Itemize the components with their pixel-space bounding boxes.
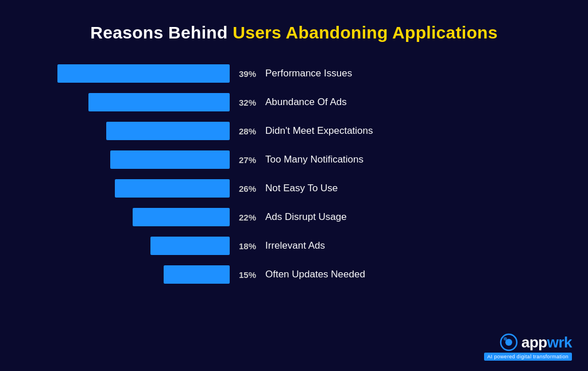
reason-label: Often Updates Needed — [265, 269, 365, 280]
bars-section: 39%Performance Issues32%Abundance Of Ads… — [34, 61, 554, 348]
appwrk-logo-icon — [500, 333, 518, 351]
percent-label: 26% — [234, 184, 256, 194]
bar-row: 32%Abundance Of Ads — [34, 90, 554, 115]
logo-tagline: AI powered digital transformation — [484, 353, 572, 361]
bar-row: 27%Too Many Notifications — [34, 147, 554, 172]
bar-fill — [164, 265, 230, 284]
percent-label: 28% — [234, 126, 256, 136]
percent-label: 22% — [234, 212, 256, 222]
percent-label: 15% — [234, 270, 256, 280]
bar-row: 28%Didn't Meet Expectations — [34, 118, 554, 144]
bar-fill — [133, 208, 230, 226]
bar-row: 22%Ads Disrupt Usage — [34, 204, 554, 230]
logo-area: appwrk AI powered digital transformation — [484, 333, 572, 361]
bar-fill — [110, 150, 230, 169]
bar-row: 39%Performance Issues — [34, 61, 554, 86]
bar-row: 15%Often Updates Needed — [34, 262, 554, 287]
bar-fill — [88, 93, 230, 111]
reason-label: Too Many Notifications — [265, 154, 363, 165]
bar-row: 18%Irrelevant Ads — [34, 233, 554, 258]
title-prefix: Reasons Behind — [90, 23, 233, 42]
percent-label: 27% — [234, 155, 256, 165]
percent-label: 39% — [234, 69, 256, 79]
reason-label: Irrelevant Ads — [265, 240, 325, 252]
reason-label: Performance Issues — [265, 68, 352, 79]
bar-fill — [115, 179, 230, 198]
chart-title: Reasons Behind Users Abandoning Applicat… — [34, 23, 554, 42]
reason-label: Abundance Of Ads — [265, 96, 347, 108]
bar-fill — [106, 122, 230, 140]
reason-label: Not Easy To Use — [265, 183, 338, 194]
bar-fill — [150, 237, 230, 255]
reason-label: Ads Disrupt Usage — [265, 211, 347, 223]
bar-fill — [57, 64, 230, 83]
bar-row: 26%Not Easy To Use — [34, 176, 554, 201]
reason-label: Didn't Meet Expectations — [265, 125, 373, 137]
chart-container: Reasons Behind Users Abandoning Applicat… — [0, 0, 588, 371]
percent-label: 32% — [234, 98, 256, 107]
svg-point-2 — [504, 337, 507, 341]
title-highlight: Users Abandoning Applications — [233, 23, 498, 42]
percent-label: 18% — [234, 241, 256, 251]
logo-row: appwrk — [500, 333, 572, 351]
logo-text: appwrk — [521, 334, 572, 351]
